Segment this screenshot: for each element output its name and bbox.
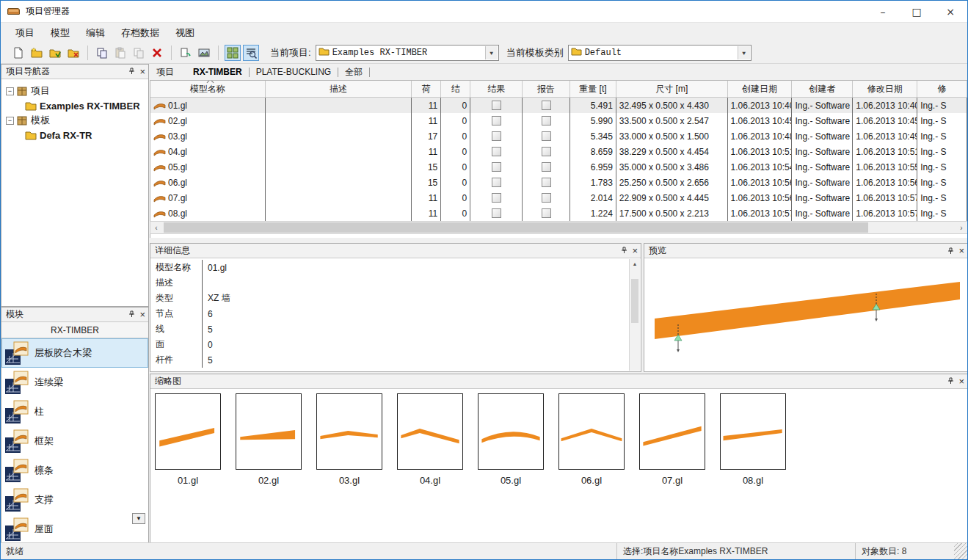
results-checkbox[interactable] — [492, 162, 501, 172]
table-row-03.gl[interactable]: 03.gl1705.34533.000 x 0.500 x 1.5001.06.… — [150, 128, 967, 144]
edit-project-icon[interactable] — [65, 45, 81, 61]
scroll-up-icon[interactable]: ▲ — [630, 259, 640, 269]
scrollbar-thumb[interactable] — [164, 222, 868, 233]
column-header-11[interactable]: 修 — [917, 81, 967, 97]
thumbnail-image[interactable] — [639, 393, 705, 470]
table-horizontal-scrollbar[interactable]: ‹ › — [150, 221, 968, 234]
report-checkbox[interactable] — [542, 193, 551, 203]
connect-icon[interactable] — [178, 45, 194, 61]
chevron-down-icon[interactable]: ▼ — [485, 46, 498, 59]
thumbnail-01.gl[interactable]: 01.gl — [155, 393, 221, 486]
thumbnail-05.gl[interactable]: 05.gl — [478, 393, 544, 486]
results-checkbox[interactable] — [492, 116, 501, 126]
results-checkbox[interactable] — [492, 147, 501, 156]
module-group-header[interactable]: RX-TIMBER — [1, 322, 148, 338]
results-checkbox[interactable] — [492, 131, 501, 141]
pin-icon[interactable] — [128, 310, 135, 320]
module-item-层板胶合木梁[interactable]: 层板胶合木梁 — [1, 338, 148, 368]
thumbnail-04.gl[interactable]: 04.gl — [397, 393, 463, 486]
thumbnail-image[interactable] — [720, 393, 786, 470]
tree-node-label[interactable]: 模板 — [31, 114, 50, 127]
close-icon[interactable]: × — [632, 246, 638, 255]
thumbnail-image[interactable] — [155, 393, 221, 470]
table-row-05.gl[interactable]: 05.gl1506.95935.000 x 0.500 x 3.4861.06.… — [150, 159, 967, 175]
archive-icon[interactable] — [196, 45, 212, 61]
tree-node-default-template[interactable]: Defa RX-TR — [25, 128, 147, 142]
menu-item-编辑[interactable]: 编辑 — [79, 24, 112, 42]
collapse-icon[interactable]: − — [6, 87, 14, 95]
scrollbar-thumb[interactable] — [631, 279, 638, 323]
table-row-08.gl[interactable]: 08.gl1101.22417.500 x 0.500 x 2.2131.06.… — [150, 206, 967, 221]
tree-node-templates[interactable]: − 模板 — [3, 113, 147, 128]
preview-view-icon[interactable] — [243, 45, 259, 61]
thumbnail-view-icon[interactable] — [225, 45, 241, 61]
module-item-支撑[interactable]: 支撑 — [1, 485, 148, 514]
pin-icon[interactable] — [947, 377, 954, 387]
table-row-06.gl[interactable]: 06.gl1501.78325.250 x 0.500 x 2.6561.06.… — [150, 175, 967, 190]
new-model-icon[interactable] — [10, 45, 26, 61]
report-checkbox[interactable] — [542, 178, 551, 187]
minimize-button[interactable]: – — [866, 1, 900, 22]
collapse-icon[interactable]: − — [6, 117, 14, 125]
tree-node-label[interactable]: Examples RX-TIMBER — [40, 101, 140, 112]
report-checkbox[interactable] — [542, 162, 551, 172]
template-category-select[interactable]: Default ▼ — [568, 45, 752, 61]
tab-项目[interactable]: 项目 — [150, 65, 181, 80]
thumbnail-02.gl[interactable]: 02.gl — [236, 393, 302, 486]
pin-icon[interactable] — [128, 67, 135, 77]
column-header-0[interactable]: 模型名称 — [150, 81, 266, 97]
module-item-框架[interactable]: 框架 — [1, 426, 148, 456]
scroll-down-button[interactable]: ▼ — [132, 513, 145, 524]
thumbnail-07.gl[interactable]: 07.gl — [639, 393, 705, 486]
results-checkbox[interactable] — [492, 178, 501, 187]
report-checkbox[interactable] — [542, 208, 551, 218]
thumbnail-08.gl[interactable]: 08.gl — [720, 393, 786, 486]
results-checkbox[interactable] — [492, 193, 501, 203]
module-item-檩条[interactable]: 檩条 — [1, 456, 148, 485]
report-checkbox[interactable] — [542, 131, 551, 141]
tree-node-examples-rx-timber[interactable]: Examples RX-TIMBER — [25, 98, 147, 113]
close-icon[interactable]: × — [958, 246, 964, 255]
close-icon[interactable]: × — [958, 377, 964, 386]
menu-item-存档数据[interactable]: 存档数据 — [114, 24, 167, 42]
maximize-button[interactable]: □ — [900, 1, 934, 22]
tree-node-label[interactable]: 项目 — [31, 84, 50, 98]
thumbnail-image[interactable] — [236, 393, 302, 470]
close-icon[interactable]: × — [139, 310, 145, 319]
current-project-select[interactable]: Examples RX-TIMBER ▼ — [316, 45, 499, 61]
results-checkbox[interactable] — [492, 101, 501, 110]
column-header-7[interactable]: 尺寸 [m] — [616, 81, 728, 97]
column-header-8[interactable]: 创建日期 — [728, 81, 793, 97]
module-item-屋面[interactable]: 屋面 — [1, 514, 148, 543]
column-header-4[interactable]: 结果 — [470, 81, 523, 97]
tab-PLATE-BUCKLING[interactable]: PLATE-BUCKLING — [250, 65, 338, 79]
report-checkbox[interactable] — [542, 116, 551, 126]
thumbnail-image[interactable] — [316, 393, 382, 470]
thumbnail-image[interactable] — [478, 393, 544, 470]
new-project-icon[interactable] — [29, 45, 45, 61]
report-checkbox[interactable] — [542, 101, 551, 110]
column-header-6[interactable]: 重量 [t] — [570, 81, 616, 97]
scroll-left-icon[interactable]: ‹ — [150, 222, 162, 233]
thumbnail-image[interactable] — [397, 393, 463, 470]
copy-icon[interactable] — [94, 45, 110, 61]
menu-item-模型[interactable]: 模型 — [43, 24, 77, 42]
pin-icon[interactable] — [947, 247, 954, 255]
module-item-柱[interactable]: 柱 — [1, 397, 148, 426]
table-row-07.gl[interactable]: 07.gl1102.01422.909 x 0.500 x 4.4451.06.… — [150, 190, 967, 206]
copy-special-icon[interactable] — [131, 45, 147, 61]
thumbnail-03.gl[interactable]: 03.gl — [316, 393, 382, 486]
tab-全部[interactable]: 全部 — [338, 65, 369, 80]
module-item-连续梁[interactable]: 连续梁 — [1, 368, 148, 397]
menu-item-视图[interactable]: 视图 — [168, 24, 202, 42]
column-header-5[interactable]: 报告 — [523, 81, 570, 97]
tree-node-label[interactable]: Defa RX-TR — [40, 130, 92, 141]
menu-item-项目[interactable]: 项目 — [8, 24, 42, 42]
open-project-icon[interactable] — [47, 45, 63, 61]
column-header-3[interactable]: 结 — [441, 81, 470, 97]
column-header-2[interactable]: 荷 — [412, 81, 441, 97]
table-row-02.gl[interactable]: 02.gl1105.99033.500 x 0.500 x 2.5471.06.… — [150, 113, 967, 128]
tree-node-projects[interactable]: − 项目 — [3, 84, 147, 98]
scroll-right-icon[interactable]: › — [956, 222, 967, 233]
resize-grip[interactable] — [954, 543, 967, 559]
